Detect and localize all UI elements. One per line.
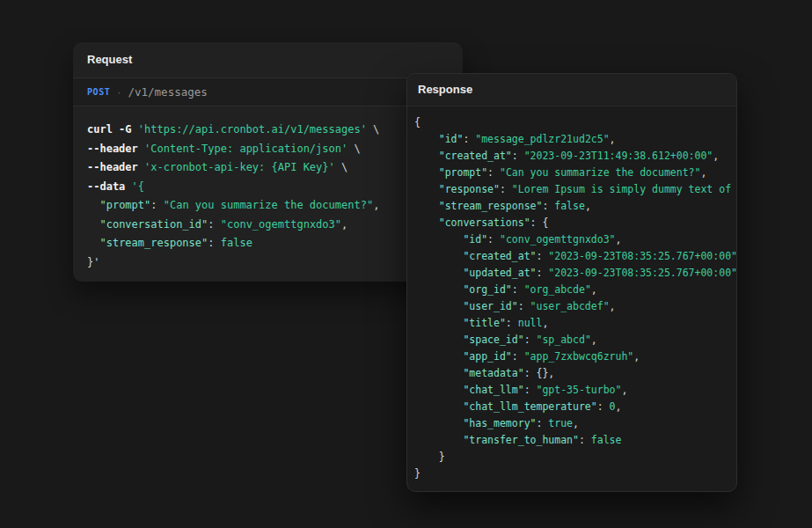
code-token [414,367,463,379]
code-token: , [621,384,627,396]
response-panel-title: Response [418,83,726,97]
code-token [414,283,463,296]
code-token: 'https://api.cronbot.ai/v1/messages' [138,123,367,136]
code-token: "Can you summarize the document?" [164,199,373,211]
code-token: : [506,317,518,329]
code-token: "stream_response" [99,237,208,249]
code-line: --data '{ [87,178,449,197]
request-panel: Request POST · /v1/messages curl -G 'htt… [73,42,463,282]
code-token: false [554,200,585,212]
code-token: 0 [610,400,616,413]
code-token: : [487,166,500,179]
code-token: null [518,317,543,329]
code-line: "updated_at": "2023-09-23T08:35:25.767+0… [414,265,729,282]
code-token [414,350,463,363]
code-token: , [700,166,706,179]
code-token: "transfer_to_human" [463,434,579,446]
code-token: : [518,300,530,312]
response-panel: Response { "id": "message_pdlzr21ud2c5",… [406,73,737,492]
code-token: , [616,400,622,413]
code-token: "chat_llm" [463,384,523,396]
endpoint-path: /v1/messages [128,85,207,99]
code-line: "stream_response": false, [414,198,729,215]
code-line: "id": "message_pdlzr21ud2c5", [414,131,729,148]
code-token: "stream_response" [439,200,543,212]
code-line: "title": null, [414,315,729,332]
code-token [87,237,99,249]
code-token: "Can you summarize the document?" [500,166,700,179]
code-token [87,199,99,211]
code-line: }' [87,253,449,273]
code-token: "conv_ogemttgnxdo3" [500,233,616,246]
code-token: : [512,283,524,296]
code-token: : [536,267,548,279]
code-token [414,300,463,312]
code-line: "user_id": "user_abcdef", [414,298,729,315]
code-token: , [591,334,597,346]
code-token: , [542,317,548,329]
code-line: "conversation_id": "conv_ogemttgnxdo3", [87,216,449,235]
code-token [414,200,439,212]
code-token: "conv_ogemttgnxdo3" [221,218,341,231]
code-token: \ [335,161,347,173]
endpoint-separator: · [117,86,121,99]
code-token [414,166,439,179]
code-line: --header 'Content-Type: application/json… [87,140,449,159]
code-token: : [524,384,537,396]
code-line: "app_id": "app_7zxbwcq6zruh", [414,348,729,365]
code-line: "prompt": "Can you summarize the documen… [87,196,449,216]
code-token: }' [87,256,99,268]
code-token: "user_id" [463,300,517,312]
code-token: --header [87,161,144,173]
code-token: --header [87,143,144,155]
code-token: } [414,467,421,480]
code-token: : [536,417,548,429]
code-token [414,233,463,246]
code-line: "stream_response": false [87,234,449,253]
code-token [414,133,439,145]
code-line: "conversations": { [414,215,729,231]
request-panel-header: Request [73,42,463,78]
code-token [414,250,463,262]
code-token: {}, [537,367,555,379]
code-token [414,183,439,195]
endpoint-row: POST · /v1/messages [73,78,463,106]
code-token: "2023-09-23T08:35:25.767+00:00" [548,250,737,262]
code-token: "message_pdlzr21ud2c5" [475,133,609,145]
response-code-block: { "id": "message_pdlzr21ud2c5", "created… [407,106,736,489]
code-token: : [512,150,524,162]
code-token: "id" [439,133,464,145]
code-token: "Lorem Ipsum is simply dummy text of the… [512,183,737,195]
code-token: --data [87,180,132,193]
code-line: "chat_llm_temperature": 0, [414,399,729,415]
code-token: "conversations" [439,216,530,229]
code-token: , [373,199,379,211]
code-line: "id": "conv_ogemttgnxdo3", [414,231,729,248]
code-line: "created_at": "2023-09-23T11:49:38.612+0… [414,148,729,165]
request-code-block: curl -G 'https://api.cronbot.ai/v1/messa… [73,106,463,282]
code-token: "user_abcdef" [530,300,610,312]
code-token [87,218,99,231]
code-line: --header 'x-cronbot-api-key: {API Key}' … [87,158,449,178]
code-line: "response": "Lorem Ipsum is simply dummy… [414,181,729,198]
code-token: : [536,250,548,262]
code-token: "org_abcde" [524,283,591,296]
request-panel-title: Request [87,53,449,67]
code-token: , [573,417,579,429]
code-token: , [610,133,616,145]
code-token: "2023-09-23T08:35:25.767+00:00" [548,267,737,279]
code-token: "prompt" [439,166,487,179]
code-token: false [591,434,622,446]
code-token: "app_7zxbwcq6zruh" [524,350,634,363]
code-token: : [208,218,220,231]
code-token [414,267,463,279]
code-token: "has_memory" [463,417,536,429]
code-token: , [591,283,597,296]
code-token: "title" [463,317,505,329]
code-token [414,451,439,463]
code-token: : [524,334,537,346]
code-token: "org_id" [463,283,511,296]
code-token: , [585,200,591,212]
code-token: } [439,451,445,463]
code-token: , [633,350,640,363]
